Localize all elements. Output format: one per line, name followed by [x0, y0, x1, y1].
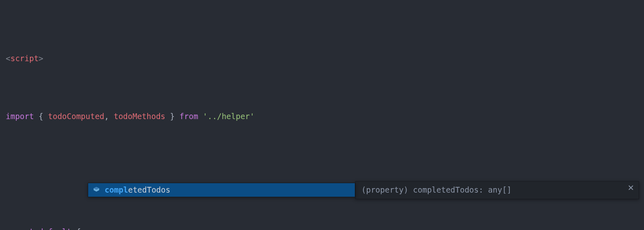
comma: ,: [104, 109, 109, 124]
suggest-details-text: (property) completedTodos: any[]: [361, 183, 512, 197]
import-ident: todoComputed: [48, 109, 104, 124]
suggest-item[interactable]: completedTodos: [88, 183, 355, 197]
tag-close-bracket: >: [39, 51, 43, 66]
keyword-import: import: [6, 109, 34, 124]
import-ident: todoMethods: [114, 109, 165, 124]
suggest-match: compl: [105, 185, 128, 194]
string-quote: ': [203, 109, 208, 124]
code-line-blank: [6, 167, 638, 181]
brace-open: {: [76, 225, 81, 230]
brace-open: {: [39, 109, 43, 124]
string-path: ../helper: [208, 109, 250, 124]
code-line: <script>: [6, 51, 638, 66]
tag-open-bracket: <: [6, 51, 10, 66]
keyword-export: export: [6, 225, 34, 230]
keyword-from: from: [179, 109, 198, 124]
tag-name: script: [10, 51, 39, 66]
close-icon[interactable]: [627, 184, 635, 191]
suggest-item-label: completedTodos: [105, 183, 170, 197]
code-line: export default {: [6, 225, 638, 230]
suggest-rest: etedTodos: [128, 185, 170, 194]
suggest-details: (property) completedTodos: any[]: [355, 181, 639, 199]
string-quote: ': [250, 109, 254, 124]
property-icon: [92, 186, 100, 194]
code-line: import { todoComputed, todoMethods } fro…: [6, 109, 638, 124]
keyword-default: default: [39, 225, 71, 230]
brace-close: }: [170, 109, 174, 124]
suggest-widget[interactable]: completedTodos: [88, 183, 355, 197]
